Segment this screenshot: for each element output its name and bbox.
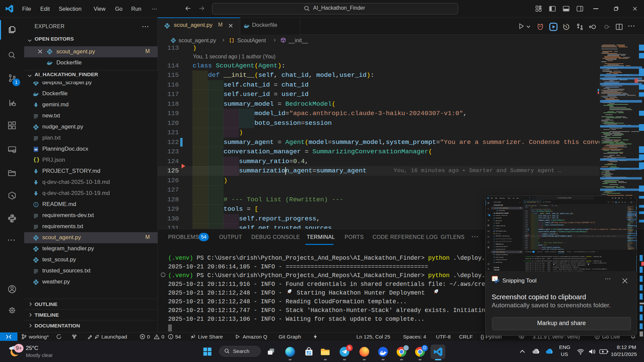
svg-text:W: W [34, 147, 38, 151]
